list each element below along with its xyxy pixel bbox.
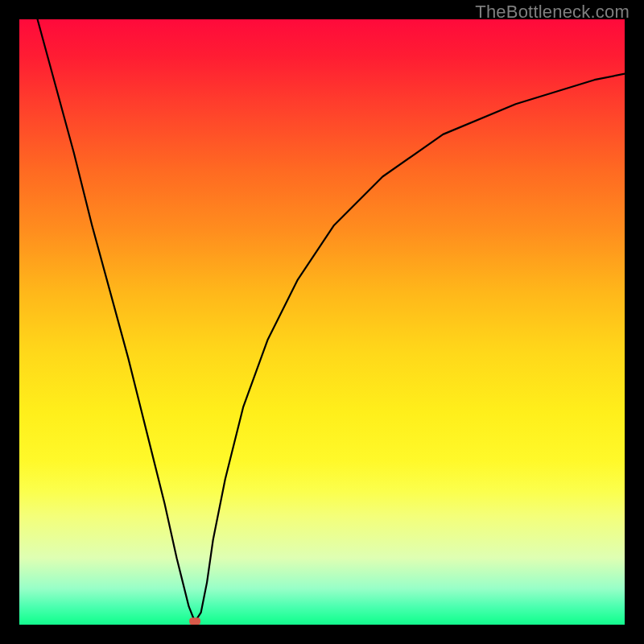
watermark-text: TheBottleneck.com [475,2,630,23]
curve-svg [19,19,625,625]
chart-frame: TheBottleneck.com [0,0,644,644]
bottleneck-curve-path [38,19,625,621]
minimum-marker [189,617,200,625]
plot-area [19,19,625,625]
